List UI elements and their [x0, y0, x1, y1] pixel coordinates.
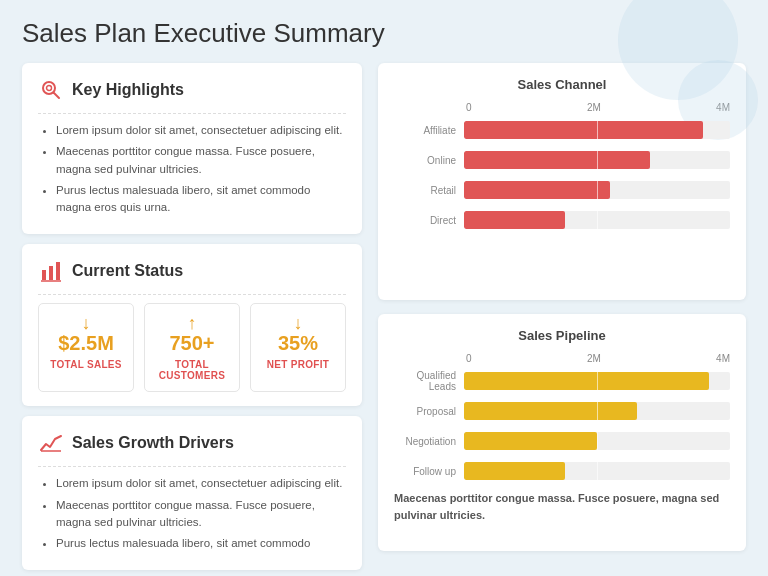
bar-label: Retail [394, 185, 464, 196]
status-value-sales: $2.5M [47, 332, 125, 355]
bar-track [464, 181, 730, 199]
list-item: Lorem ipsum dolor sit amet, consectetuer… [56, 475, 346, 492]
arrow-up-icon: ↑ [153, 314, 231, 332]
bar-label: Follow up [394, 466, 464, 477]
svg-rect-5 [56, 262, 60, 280]
status-card-profit: ↓ 35% Net Profit [250, 303, 346, 392]
svg-rect-4 [49, 266, 53, 280]
current-status-card: Current Status ↓ $2.5M Total Sales ↑ 750… [22, 244, 362, 406]
bar-row-proposal: Proposal [394, 400, 730, 422]
bar-track [464, 121, 730, 139]
bar-row-qualified: Qualified Leads [394, 370, 730, 392]
current-status-title: Current Status [38, 258, 346, 284]
page: Sales Plan Executive Summary Key Highlig… [0, 0, 768, 576]
axis-4m: 4M [716, 102, 730, 113]
bar-row-retail: Retail [394, 179, 730, 201]
status-label-sales: Total Sales [47, 359, 125, 370]
sales-pipeline-card: Sales Pipeline 0 2M 4M Qualified Leads [378, 314, 746, 551]
sales-growth-card: Sales Growth Drivers Lorem ipsum dolor s… [22, 416, 362, 570]
svg-rect-3 [42, 270, 46, 280]
axis-2m: 2M [587, 353, 601, 364]
bar-label: Direct [394, 215, 464, 226]
list-item: Maecenas porttitor congue massa. Fusce p… [56, 497, 346, 532]
divider-2 [38, 294, 346, 295]
bar-track [464, 432, 730, 450]
bar-label: Online [394, 155, 464, 166]
list-item: Purus lectus malesuada libero, sit amet … [56, 535, 346, 552]
sales-growth-title: Sales Growth Drivers [38, 430, 346, 456]
arrow-down-icon: ↓ [47, 314, 125, 332]
sales-growth-icon [38, 430, 64, 456]
bar-label: Qualified Leads [394, 370, 464, 392]
sales-pipeline-chart: 0 2M 4M Qualified Leads Proposal [394, 353, 730, 482]
bar-fill [464, 121, 703, 139]
bar-label: Negotiation [394, 436, 464, 447]
axis-0: 0 [466, 102, 472, 113]
current-status-label: Current Status [72, 262, 183, 280]
bar-label: Proposal [394, 406, 464, 417]
sales-channel-card: Sales Channel 0 2M 4M Affiliate Onl [378, 63, 746, 300]
bar-fill [464, 211, 565, 229]
key-highlights-label: Key Highlights [72, 81, 184, 99]
sales-pipeline-title: Sales Pipeline [394, 328, 730, 343]
main-layout: Key Highlights Lorem ipsum dolor sit ame… [22, 63, 746, 551]
bar-row-online: Online [394, 149, 730, 171]
bar-fill [464, 372, 709, 390]
key-highlights-icon [38, 77, 64, 103]
svg-line-1 [54, 93, 60, 99]
bar-track [464, 462, 730, 480]
right-column: Sales Channel 0 2M 4M Affiliate Onl [378, 63, 746, 551]
status-card-sales: ↓ $2.5M Total Sales [38, 303, 134, 392]
axis-4m: 4M [716, 353, 730, 364]
key-highlights-title: Key Highlights [38, 77, 346, 103]
axis-2m: 2M [587, 102, 601, 113]
bar-row-affiliate: Affiliate [394, 119, 730, 141]
pipeline-axis: 0 2M 4M [394, 353, 730, 364]
bar-fill [464, 181, 610, 199]
bar-row-direct: Direct [394, 209, 730, 231]
svg-point-2 [47, 86, 52, 91]
bar-fill [464, 462, 565, 480]
bar-fill [464, 151, 650, 169]
status-value-customers: 750+ [153, 332, 231, 355]
status-card-customers: ↑ 750+ Total Customers [144, 303, 240, 392]
current-status-icon [38, 258, 64, 284]
bar-fill [464, 402, 637, 420]
bar-row-followup: Follow up [394, 460, 730, 482]
status-value-profit: 35% [259, 332, 337, 355]
page-title: Sales Plan Executive Summary [22, 18, 746, 49]
list-item: Purus lectus malesuada libero, sit amet … [56, 182, 346, 217]
pipeline-note: Maecenas porttitor congue massa. Fusce p… [394, 490, 730, 523]
left-column: Key Highlights Lorem ipsum dolor sit ame… [22, 63, 362, 551]
key-highlights-card: Key Highlights Lorem ipsum dolor sit ame… [22, 63, 362, 234]
arrow-down-profit-icon: ↓ [259, 314, 337, 332]
channel-axis: 0 2M 4M [394, 102, 730, 113]
divider-3 [38, 466, 346, 467]
bar-fill [464, 432, 597, 450]
sales-channel-chart: 0 2M 4M Affiliate Online [394, 102, 730, 231]
status-label-customers: Total Customers [153, 359, 231, 381]
bar-label: Affiliate [394, 125, 464, 136]
status-cards-row: ↓ $2.5M Total Sales ↑ 750+ Total Custome… [38, 303, 346, 392]
growth-list: Lorem ipsum dolor sit amet, consectetuer… [38, 475, 346, 552]
list-item: Lorem ipsum dolor sit amet, consectetuer… [56, 122, 346, 139]
axis-0: 0 [466, 353, 472, 364]
divider-1 [38, 113, 346, 114]
bar-track [464, 402, 730, 420]
list-item: Maecenas porttitor congue massa. Fusce p… [56, 143, 346, 178]
bar-track [464, 151, 730, 169]
bar-track [464, 372, 730, 390]
sales-growth-label: Sales Growth Drivers [72, 434, 234, 452]
highlights-list: Lorem ipsum dolor sit amet, consectetuer… [38, 122, 346, 216]
bar-track [464, 211, 730, 229]
bar-row-negotiation: Negotiation [394, 430, 730, 452]
status-label-profit: Net Profit [259, 359, 337, 370]
sales-channel-title: Sales Channel [394, 77, 730, 92]
